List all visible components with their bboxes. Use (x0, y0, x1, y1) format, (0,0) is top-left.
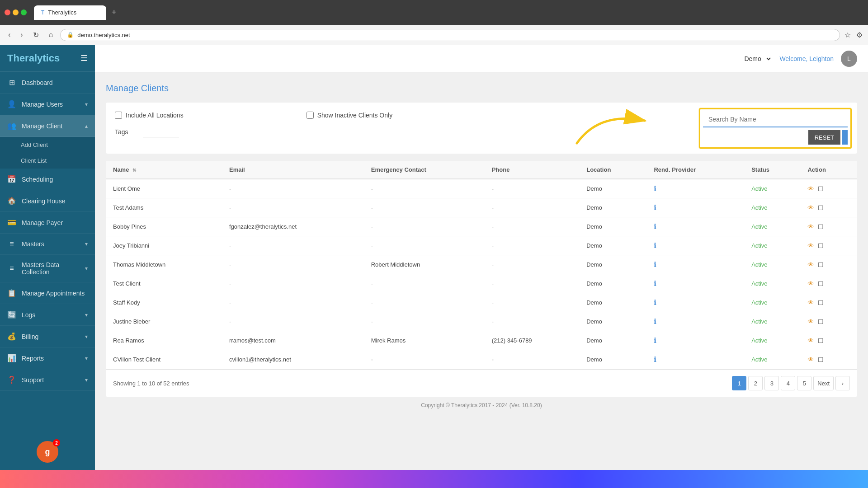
search-input[interactable] (703, 112, 848, 127)
page-btn-4[interactable]: 4 (781, 376, 795, 390)
view-icon[interactable]: 👁 (807, 280, 814, 287)
extensions-icon[interactable]: ⚙ (856, 31, 863, 39)
sidebar-item-manage-appointments[interactable]: 📋 Manage Appointments (0, 282, 95, 304)
forward-button[interactable]: › (18, 29, 25, 41)
data-table: Name ⇅ Email Emergency Contact Phone Loc… (106, 161, 857, 369)
sidebar-item-manage-users[interactable]: 👤 Manage Users ▾ (0, 94, 95, 115)
action-icons: 👁 ☐ (807, 261, 850, 268)
include-all-locations-label[interactable]: Include All Locations (115, 112, 184, 119)
sidebar: Theralytics ☰ ⊞ Dashboard 👤 Manage Users… (0, 45, 95, 470)
sidebar-item-masters-data[interactable]: ≡ Masters Data Collection ▾ (0, 255, 95, 282)
billing-icon: 💰 (7, 332, 16, 341)
page-btn-5[interactable]: 5 (797, 376, 811, 390)
cell-emergency: Mirek Ramos (364, 331, 485, 350)
address-bar[interactable]: 🔒 demo.theralytics.net (60, 29, 840, 41)
sidebar-item-manage-client[interactable]: 👥 Manage Client ▴ (0, 115, 95, 137)
select-icon[interactable]: ☐ (818, 261, 824, 268)
select-icon[interactable]: ☐ (818, 185, 824, 192)
cell-status: Active (744, 312, 800, 331)
cell-action: 👁 ☐ (800, 179, 857, 198)
status-badge: Active (751, 356, 767, 363)
select-icon[interactable]: ☐ (818, 337, 824, 344)
cell-email: fgonzalez@theralytics.net (222, 217, 364, 236)
select-icon[interactable]: ☐ (818, 280, 824, 287)
view-icon[interactable]: 👁 (807, 261, 814, 268)
info-icon[interactable]: ℹ (654, 318, 656, 325)
view-icon[interactable]: 👁 (807, 223, 814, 230)
page-btn-1[interactable]: 1 (732, 376, 746, 390)
select-icon[interactable]: ☐ (818, 318, 824, 325)
select-icon[interactable]: ☐ (818, 204, 824, 211)
cell-location: Demo (579, 255, 646, 274)
sidebar-item-clearing-house[interactable]: 🏠 Clearing House (0, 190, 95, 212)
page-btn-3[interactable]: 3 (764, 376, 779, 390)
info-icon[interactable]: ℹ (654, 261, 656, 268)
info-icon[interactable]: ℹ (654, 204, 656, 211)
col-phone: Phone (485, 161, 579, 179)
user-avatar[interactable]: L (841, 51, 857, 67)
location-select[interactable]: Demo (739, 52, 772, 66)
select-icon[interactable]: ☐ (818, 356, 824, 363)
sidebar-label-support: Support (22, 376, 80, 384)
cell-name: Bobby Pines (106, 217, 222, 236)
sidebar-item-reports[interactable]: 📊 Reports ▾ (0, 347, 95, 369)
sidebar-item-support[interactable]: ❓ Support ▾ (0, 369, 95, 391)
sidebar-item-masters[interactable]: ≡ Masters ▾ (0, 234, 95, 255)
show-inactive-label[interactable]: Show Inactive Clients Only (307, 112, 393, 119)
view-icon[interactable]: 👁 (807, 204, 814, 211)
view-icon[interactable]: 👁 (807, 337, 814, 344)
hamburger-icon[interactable]: ☰ (80, 53, 88, 63)
add-client-label: Add Client (21, 141, 48, 148)
action-icons: 👁 ☐ (807, 318, 850, 325)
sidebar-item-scheduling[interactable]: 📅 Scheduling (0, 169, 95, 190)
status-badge: Active (751, 223, 767, 230)
browser-tab[interactable]: T Theralytics (34, 5, 106, 20)
maximize-dot[interactable] (21, 9, 27, 15)
sidebar-item-logs[interactable]: 🔄 Logs ▾ (0, 304, 95, 326)
col-name[interactable]: Name ⇅ (106, 161, 222, 179)
sidebar-item-dashboard[interactable]: ⊞ Dashboard (0, 72, 95, 94)
col-location: Location (579, 161, 646, 179)
back-button[interactable]: ‹ (5, 29, 13, 41)
info-icon[interactable]: ℹ (654, 280, 656, 287)
info-icon[interactable]: ℹ (654, 356, 656, 363)
view-icon[interactable]: 👁 (807, 185, 814, 192)
tags-select[interactable] (143, 126, 179, 137)
select-icon[interactable]: ☐ (818, 299, 824, 306)
sidebar-item-add-client[interactable]: Add Client (0, 137, 95, 153)
next-button[interactable]: Next (813, 376, 834, 390)
include-all-locations-checkbox[interactable] (115, 112, 122, 119)
view-icon[interactable]: 👁 (807, 242, 814, 249)
view-icon[interactable]: 👁 (807, 299, 814, 306)
action-icons: 👁 ☐ (807, 204, 850, 211)
info-icon[interactable]: ℹ (654, 185, 656, 192)
info-icon[interactable]: ℹ (654, 337, 656, 344)
sidebar-item-client-list[interactable]: Client List (0, 153, 95, 169)
scheduling-icon: 📅 (7, 175, 16, 183)
show-inactive-checkbox[interactable] (307, 112, 314, 119)
bookmark-icon[interactable]: ☆ (844, 31, 851, 39)
lock-icon: 🔒 (67, 32, 74, 38)
info-icon[interactable]: ℹ (654, 223, 656, 230)
close-dot[interactable] (5, 9, 10, 15)
view-icon[interactable]: 👁 (807, 318, 814, 325)
cell-name: Rea Ramos (106, 331, 222, 350)
reset-button[interactable]: RESET (808, 130, 840, 145)
browser-dots (5, 9, 27, 15)
sidebar-item-billing[interactable]: 💰 Billing ▾ (0, 326, 95, 347)
select-icon[interactable]: ☐ (818, 242, 824, 249)
action-icons: 👁 ☐ (807, 280, 850, 287)
minimize-dot[interactable] (13, 9, 19, 15)
sidebar-item-manage-payer[interactable]: 💳 Manage Payer (0, 212, 95, 234)
refresh-button[interactable]: ↻ (30, 29, 42, 41)
select-icon[interactable]: ☐ (818, 223, 824, 230)
next-arrow-button[interactable]: › (835, 376, 850, 390)
view-icon[interactable]: 👁 (807, 356, 814, 363)
sort-icon: ⇅ (132, 168, 136, 173)
info-icon[interactable]: ℹ (654, 299, 656, 306)
avatar[interactable]: g 2 (37, 441, 58, 463)
info-icon[interactable]: ℹ (654, 242, 656, 249)
new-tab-button[interactable]: + (112, 8, 117, 17)
page-btn-2[interactable]: 2 (748, 376, 763, 390)
home-button[interactable]: ⌂ (46, 29, 56, 41)
